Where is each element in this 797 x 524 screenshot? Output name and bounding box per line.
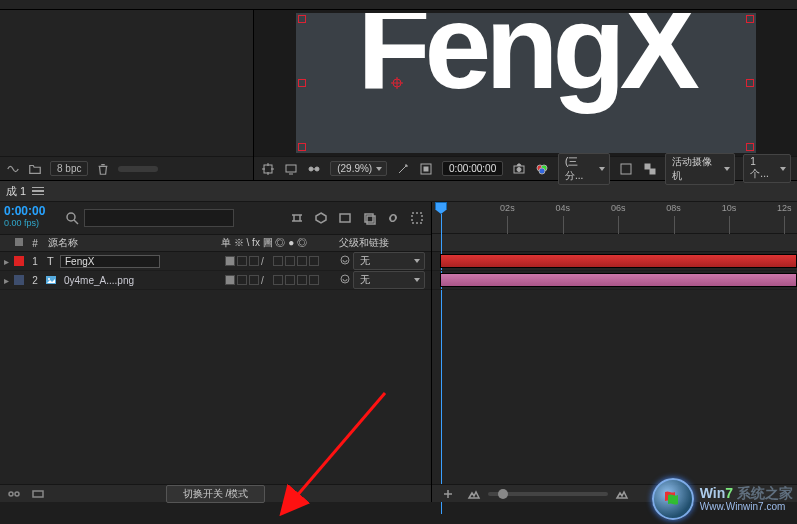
viewer-canvas[interactable]: FengX [254,10,797,156]
watermark-text1a: Win [700,485,726,501]
timeline-zoom-slider[interactable] [466,486,630,502]
views-dropdown[interactable]: 1 个... [743,154,791,183]
bbox-handle[interactable] [746,79,754,87]
mask-icon[interactable] [419,161,434,177]
layer-row[interactable]: ▸20y4me_A....png/无 [0,271,431,290]
project-panel-footer: 8 bpc [0,156,253,180]
svg-rect-12 [621,164,631,174]
timeline-left-footer: 切换开关 /模式 [0,484,431,502]
svg-rect-20 [15,238,23,246]
watermark-tail: 系统之家 [737,485,793,501]
render-icon[interactable] [409,210,425,226]
col-label-icon[interactable] [12,237,26,249]
bbox-handle[interactable] [298,143,306,151]
bbox-handle[interactable] [298,15,306,23]
transparency-icon[interactable] [642,161,657,177]
zoom-dropdown[interactable]: (29.9%) [330,161,387,176]
fps-label: 0.00 fps) [4,218,54,228]
layer-switches[interactable]: / [223,256,339,266]
ruler-tick-label: 10s [722,203,737,213]
layer-name: 0y4me_A....png [60,275,138,286]
snapshot-icon[interactable] [511,161,526,177]
trash-icon[interactable] [96,162,110,176]
roi-icon[interactable] [618,161,633,177]
ruler-tick-label: 12s [777,203,792,213]
layer-duration-bar[interactable] [440,254,797,268]
layer-label-swatch[interactable] [12,254,26,268]
layer-row[interactable]: ▸1TFengX/无 [0,252,431,271]
svg-rect-17 [365,214,373,222]
interpret-icon[interactable] [6,162,20,176]
toggle-pane-icon[interactable] [440,486,456,502]
timeline-tab[interactable]: 成 1 [6,184,26,199]
comp-flow-icon[interactable] [289,210,305,226]
col-source-name[interactable]: 源名称 [44,236,219,250]
text-layer-icon: T [44,254,58,268]
comp-text-layer: FengX [296,13,756,115]
col-switches[interactable]: 单 ※ \ fx 圖 ◎ ● ◎ [219,236,335,250]
exposure-icon[interactable] [395,161,410,177]
zoom-in-mountain-icon [614,486,630,502]
composition-frame[interactable]: FengX [296,13,756,153]
viewer-timecode[interactable]: 0:00:00:00 [442,161,503,176]
watermark-url: Www.Winwin7.com [700,501,793,512]
svg-rect-13 [645,164,650,169]
panel-menu-icon[interactable] [32,187,44,196]
frame-blend-icon[interactable] [337,210,353,226]
svg-rect-2 [286,165,296,172]
svg-point-8 [517,167,521,171]
svg-point-15 [67,213,75,221]
parent-dropdown[interactable]: 无 [353,271,425,289]
timeline-track-row[interactable] [432,252,797,271]
anchor-point-icon[interactable] [391,77,403,89]
draft3d-icon[interactable] [313,210,329,226]
toggle-switches-modes-button[interactable]: 切换开关 /模式 [166,485,266,503]
bpc-indicator[interactable]: 8 bpc [50,161,88,176]
3d-glasses-icon[interactable] [307,161,322,177]
svg-point-4 [315,167,319,171]
bbox-handle[interactable] [298,79,306,87]
layer-index: 2 [26,275,44,286]
timeline-track-row[interactable] [432,271,797,290]
ruler-tick-label: 02s [500,203,515,213]
svg-rect-1 [264,165,272,173]
layer-name-editable[interactable]: FengX [60,255,160,268]
layer-label-swatch[interactable] [12,273,26,287]
folder-icon[interactable] [28,162,42,176]
layer-search-input[interactable] [84,209,234,227]
timeline-right-pane: 02s04s06s08s10s12s [432,202,797,502]
search-icon[interactable] [64,210,80,226]
svg-point-11 [539,168,545,174]
parent-dropdown[interactable]: 无 [353,252,425,270]
col-index[interactable]: # [26,238,44,249]
toggle-modes-icon[interactable] [30,486,46,502]
motion-blur-icon[interactable] [361,210,377,226]
expand-chevron-icon[interactable]: ▸ [0,275,12,286]
viewer-footer-bar: (29.9%) 0:00:00:00 (三分... 活动摄像机 1 个... [254,156,797,180]
time-ruler[interactable]: 02s04s06s08s10s12s [432,202,797,234]
layer-switches[interactable]: / [223,275,339,285]
svg-rect-18 [367,216,375,224]
reticle-icon[interactable] [260,161,275,177]
timeline-column-header: # 源名称 单 ※ \ fx 圖 ◎ ● ◎ 父级和链接 [0,234,431,252]
ruler-tick [507,216,508,234]
ruler-tick [618,216,619,234]
expand-chevron-icon[interactable]: ▸ [0,256,12,267]
fast-preview-icon[interactable] [283,161,298,177]
bbox-handle[interactable] [746,143,754,151]
camera-dropdown[interactable]: 活动摄像机 [665,153,735,185]
parent-pickwhip-icon[interactable] [339,273,353,287]
col-parent[interactable]: 父级和链接 [335,236,431,250]
parent-pickwhip-icon[interactable] [339,254,353,268]
resolution-dropdown[interactable]: (三分... [558,153,610,185]
link-icon[interactable] [385,210,401,226]
toggle-switches-icon[interactable] [6,486,22,502]
channels-icon[interactable] [535,161,550,177]
thumbnail-size-slider[interactable] [118,166,158,172]
svg-point-24 [9,492,13,496]
svg-point-23 [48,278,50,280]
layer-duration-bar[interactable] [440,273,797,287]
project-panel-strip [0,0,797,10]
bbox-handle[interactable] [746,15,754,23]
timeline-current-time[interactable]: 0:00:00 0.00 fps) [0,202,58,234]
